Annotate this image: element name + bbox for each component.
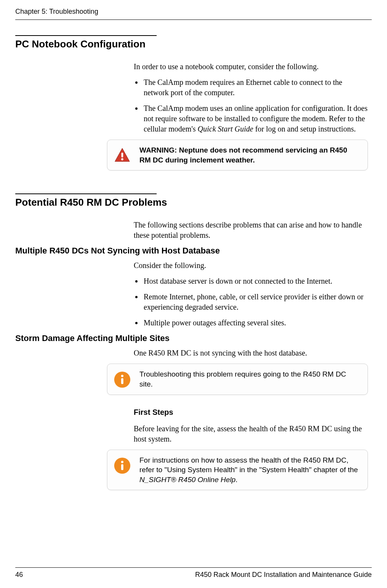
subsection-title-storm: Storm Damage Affecting Multiple Sites: [15, 333, 372, 343]
list-item-text: for log on and setup instructions.: [253, 125, 356, 133]
body-column: One R450 RM DC is not syncing with the h…: [134, 348, 368, 358]
svg-rect-7: [121, 464, 123, 470]
info-callout: For instructions on how to assess the he…: [107, 450, 368, 491]
page-number: 46: [15, 571, 23, 579]
pc-intro: In order to use a notebook computer, con…: [134, 62, 368, 72]
chapter-header: Chapter 5: Troubleshooting: [15, 8, 372, 16]
storm-intro: One R450 RM DC is not syncing with the h…: [134, 348, 368, 358]
subsection-title-sync: Multiple R450 DCs Not Syncing with Host …: [15, 246, 372, 256]
list-item: The CalAmp modem uses an online applicat…: [134, 103, 368, 134]
sync-bullet-list: Host database server is down or not conn…: [134, 276, 368, 328]
header-rule: [15, 19, 372, 20]
list-item-emphasis: Quick Start Guide: [198, 125, 253, 133]
problems-intro: The following sections describe problems…: [134, 220, 368, 240]
warning-callout: WARNING: Neptune does not recommend serv…: [107, 140, 368, 171]
section-title-problems: Potential R450 RM DC Problems: [15, 197, 372, 208]
section-rule: [15, 193, 157, 194]
info-text-part: For instructions on how to assess the he…: [139, 456, 358, 474]
info-text-part: .: [236, 476, 238, 484]
list-item: Multiple power outages affecting several…: [134, 318, 368, 328]
svg-point-1: [121, 158, 123, 161]
info-text-emphasis: N_SIGHT® R450 Online Help: [139, 476, 236, 484]
list-item: Remote Internet, phone, cable, or cell s…: [134, 292, 368, 312]
first-steps-intro: Before leaving for the site, assess the …: [134, 424, 368, 444]
warning-icon: [113, 147, 131, 164]
body-column: In order to use a notebook computer, con…: [134, 62, 368, 134]
info-text: Troubleshooting this problem requires go…: [139, 369, 360, 389]
svg-rect-0: [121, 153, 123, 157]
info-callout: Troubleshooting this problem requires go…: [107, 364, 368, 395]
svg-rect-4: [121, 378, 123, 384]
page: Chapter 5: Troubleshooting PC Notebook C…: [0, 0, 387, 588]
list-item: The CalAmp modem requires an Ethernet ca…: [134, 77, 368, 98]
info-text: For instructions on how to assess the he…: [139, 455, 360, 485]
footer-row: 46 R450 Rack Mount DC Installation and M…: [15, 571, 372, 579]
info-icon: [113, 457, 131, 474]
section-title-pc-notebook: PC Notebook Configuration: [15, 38, 372, 50]
section-rule: [15, 35, 157, 36]
list-item: Host database server is down or not conn…: [134, 276, 368, 286]
body-column: The following sections describe problems…: [134, 220, 368, 240]
document-title: R450 Rack Mount DC Installation and Main…: [195, 571, 372, 579]
page-footer: 46 R450 Rack Mount DC Installation and M…: [15, 567, 372, 579]
svg-point-3: [121, 375, 123, 377]
body-column: Before leaving for the site, assess the …: [134, 424, 368, 444]
warning-text: WARNING: Neptune does not recommend serv…: [139, 145, 360, 165]
svg-point-6: [121, 461, 123, 463]
subsubsection-title-first-steps: First Steps: [134, 408, 372, 417]
body-column: Consider the following. Host database se…: [134, 260, 368, 328]
sync-intro: Consider the following.: [134, 260, 368, 271]
info-icon: [113, 371, 131, 388]
footer-rule: [15, 567, 372, 568]
pc-bullet-list: The CalAmp modem requires an Ethernet ca…: [134, 77, 368, 134]
